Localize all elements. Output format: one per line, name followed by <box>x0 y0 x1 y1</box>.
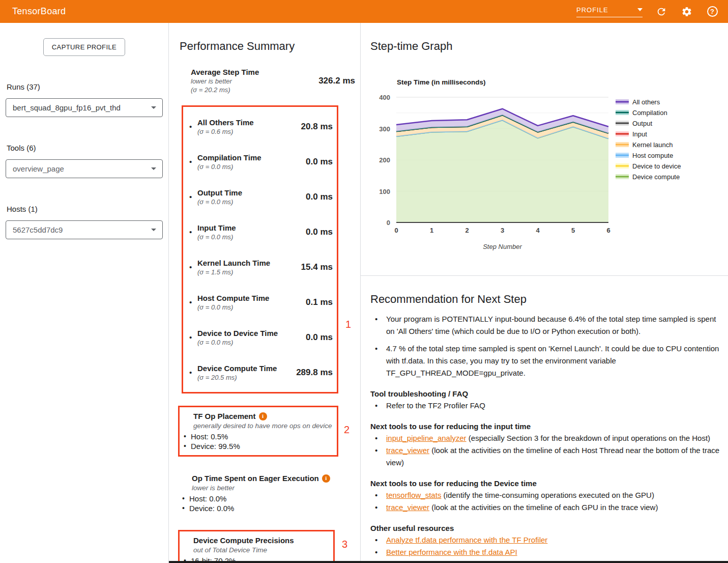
chart-text: 4 <box>536 227 540 234</box>
legend-item <box>616 110 629 115</box>
chart-text: Input <box>632 130 647 138</box>
legend-item <box>616 174 629 179</box>
metric-label: Kernel Launch Time <box>197 258 301 268</box>
legend-item <box>616 131 629 136</box>
recommendation-item: Analyze tf.data performance with the TF … <box>375 534 726 546</box>
settings-gear-icon[interactable] <box>680 5 693 18</box>
legend-swatch-line <box>616 112 629 114</box>
tool-link[interactable]: Better performance with the tf.data API <box>386 548 517 556</box>
metric-value: 0.0 ms <box>306 192 333 202</box>
annotation-number: 1 <box>345 319 351 330</box>
chart-text: 6 <box>606 227 610 234</box>
chart-text: 0 <box>387 219 390 227</box>
tool-link[interactable]: trace_viewer <box>386 503 429 512</box>
dashboard-select[interactable]: PROFILE <box>576 6 643 17</box>
tf-op-placement-note: generally desired to have more ops on de… <box>193 421 333 431</box>
metric-row: •All Others Time(σ = 0.6 ms)20.8 ms <box>189 109 333 144</box>
chart-text: 1 <box>430 227 433 234</box>
header-toolbar: PROFILE ? <box>576 5 719 18</box>
metric-sigma: (σ = 0.0 ms) <box>197 198 306 206</box>
chart-text: Output <box>632 120 652 127</box>
chart-text: Host compute <box>632 152 673 159</box>
tf-op-placement-list: Host: 0.5%Device: 99.5% <box>184 432 333 451</box>
metric-text: Device Compute Time(σ = 20.5 ms) <box>197 363 296 382</box>
recommendation-item-text: tensorflow_stats (identify the time-cons… <box>386 489 654 501</box>
recommendation-section-list: input_pipeline_analyzer (especially Sect… <box>375 432 726 469</box>
average-step-time-sigma: (σ = 20.2 ms) <box>191 86 259 94</box>
metric-label: Compilation Time <box>197 153 306 162</box>
metric-row: •Compilation Time(σ = 0.0 ms)0.0 ms <box>189 144 333 179</box>
recommendation-item: Better performance with the tf.data API <box>375 546 726 558</box>
tool-link[interactable]: input_pipeline_analyzer <box>386 434 467 442</box>
performance-summary-title: Performance Summary <box>180 40 360 53</box>
recommendation-section-list: Analyze tf.data performance with the TF … <box>375 534 726 558</box>
list-item: Device: 0.0% <box>182 503 356 513</box>
sidebar-group: Tools (6)overview_page <box>6 144 163 178</box>
chart-text: 3 <box>501 227 504 234</box>
metric-text: Input Time(σ = 0.0 ms) <box>197 223 306 241</box>
chart-text: Step Time (in milliseconds) <box>397 78 486 86</box>
chart-text: 300 <box>379 125 390 133</box>
metric-row: •Output Time(σ = 0.0 ms)0.0 ms <box>189 179 333 214</box>
recommendation-item: Refer to the TF2 Profiler FAQ <box>375 400 726 412</box>
metric-sigma: (σ = 0.6 ms) <box>197 127 301 136</box>
recommendation-sections: Tool troubleshooting / FAQRefer to the T… <box>361 389 728 558</box>
recommendation-bullet: 4.7 % of the total step time sampled is … <box>375 343 720 379</box>
average-step-time-label: Average Step Time <box>191 67 259 77</box>
bullet-dot: • <box>189 157 197 166</box>
bullet-dot: • <box>189 228 197 236</box>
section-divider <box>361 275 728 276</box>
chart-text: 2 <box>465 227 469 234</box>
chart-text: 0 <box>394 227 398 234</box>
compute-precisions-box: Device Compute Precisions out of Total D… <box>178 530 335 563</box>
average-step-time-note: lower is better <box>191 77 259 86</box>
metric-label: Input Time <box>197 223 306 233</box>
step-time-graph-title: Step-time Graph <box>370 40 728 53</box>
refresh-icon[interactable] <box>655 5 668 18</box>
list-item: Host: 0.0% <box>182 494 356 503</box>
metric-label: Device Compute Time <box>197 363 296 373</box>
sidebar-select[interactable]: overview_page <box>6 159 163 178</box>
capture-profile-button[interactable]: CAPTURE PROFILE <box>43 38 125 56</box>
metric-text: Device to Device Time(σ = 0.0 ms) <box>197 328 306 347</box>
chevron-down-icon <box>151 106 156 109</box>
sidebar-selectors: Runs (37)bert_squad_8gpu_fp16_pvt_thdToo… <box>0 82 168 239</box>
metric-label: All Others Time <box>197 118 301 127</box>
metric-text: Kernel Launch Time(σ = 1.5 ms) <box>197 258 301 276</box>
bullet-dot: • <box>189 122 197 131</box>
legend-item <box>616 163 629 168</box>
sidebar-select[interactable]: bert_squad_8gpu_fp16_pvt_thd <box>6 98 163 117</box>
app-header: TensorBoard PROFILE ? <box>0 0 728 23</box>
tool-link[interactable]: trace_viewer <box>386 446 429 455</box>
chart-text: Step Number <box>483 243 522 250</box>
recommendation-item-text: Analyze tf.data performance with the TF … <box>386 534 547 546</box>
metric-value: 15.4 ms <box>301 262 333 272</box>
metric-text: Output Time(σ = 0.0 ms) <box>197 188 306 206</box>
legend-item <box>616 121 629 126</box>
help-icon[interactable]: ? <box>706 5 719 18</box>
bullet-dot: • <box>189 333 197 342</box>
sidebar-select[interactable]: 5627c5dd7dc9 <box>6 220 163 239</box>
area-device-compute <box>396 120 608 222</box>
info-icon[interactable]: i <box>322 474 330 483</box>
recommendation-section-heading: Next tools to use for reducing the input… <box>370 422 728 431</box>
legend-swatch-line <box>616 144 629 146</box>
metric-value: 20.8 ms <box>301 122 333 132</box>
recommendation-item-text: input_pipeline_analyzer (especially Sect… <box>386 432 710 444</box>
metric-value: 0.0 ms <box>306 332 333 343</box>
tool-link[interactable]: tensorflow_stats <box>386 491 441 499</box>
sidebar-select-value: 5627c5dd7dc9 <box>13 226 63 234</box>
recommendation-bullet: Your program is POTENTIALLY input-bound … <box>375 313 720 337</box>
eager-execution-title-text: Op Time Spent on Eager Execution <box>192 473 319 484</box>
chevron-down-icon <box>151 229 156 231</box>
recommendation-bullet-text: 4.7 % of the total step time sampled is … <box>386 343 720 379</box>
legend-item <box>616 142 629 147</box>
info-icon[interactable]: i <box>259 412 267 420</box>
tf-op-placement-title: TF Op Placement i <box>193 411 333 421</box>
tool-link[interactable]: Analyze tf.data performance with the TF … <box>386 536 547 544</box>
metric-sigma: (σ = 20.5 ms) <box>197 373 296 382</box>
step-time-panel: Step-time Graph Step Time (in millisecon… <box>361 23 728 563</box>
metric-row: •Kernel Launch Time(σ = 1.5 ms)15.4 ms <box>189 249 333 285</box>
eager-execution-list: Host: 0.0%Device: 0.0% <box>182 494 356 513</box>
sidebar-group-label: Runs (37) <box>7 82 163 91</box>
